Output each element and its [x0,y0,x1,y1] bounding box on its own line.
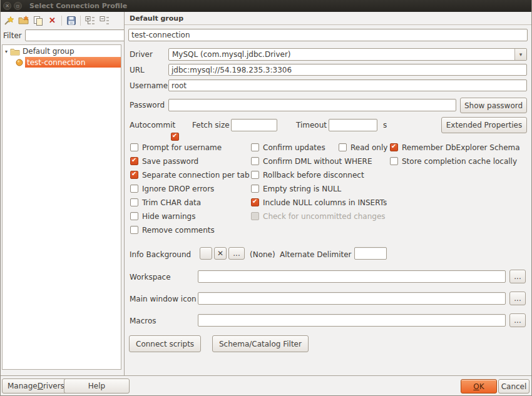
checkbox-box-icon [390,157,398,165]
checkbox-save-password[interactable]: Save password [130,156,250,166]
macros-label: Macros [130,317,156,325]
window-maximize-button[interactable]: ▫ [14,2,22,10]
delete-profile-button[interactable]: ✕ [45,14,59,28]
main-window-icon-browse-button[interactable]: ... [509,292,526,305]
info-background-clear-button[interactable]: ✕ [214,247,227,260]
toolbar-separator [80,16,81,26]
help-button[interactable]: Help [64,378,130,393]
checkbox-rollback-before-disconnect[interactable]: Rollback before disconnect [251,170,387,180]
main-window-icon-label: Main window icon [130,295,197,303]
options-column-3: Read only [339,143,387,156]
checkbox-remove-comments[interactable]: Remove comments [130,225,250,235]
checkbox-box-icon [130,171,138,179]
main-window-icon-input[interactable] [198,292,506,305]
ok-button[interactable]: OK [461,379,497,393]
checkbox-box-icon [130,212,138,220]
checkbox-label: Store completion cache locally [402,157,517,166]
select-connection-profile-dialog: ✕ ▫ Select Connection Profile ✕ [0,0,532,396]
profile-detail-panel: Default group Driver MySQL (com.mysql.jd… [124,12,531,375]
checkbox-read-only[interactable]: Read only [339,143,387,152]
new-profile-button[interactable] [2,14,16,28]
workspace-input[interactable] [198,270,506,283]
checkbox-ignore-drop-errors[interactable]: Ignore DROP errors [130,184,250,193]
checkbox-include-null-columns[interactable]: Include NULL columns in INSERTs [251,198,387,207]
info-background-color-button[interactable] [200,247,212,260]
checkbox-label: Save password [142,157,198,166]
alternate-delimiter-input[interactable] [354,247,387,260]
titlebar: ✕ ▫ Select Connection Profile [1,0,531,12]
profile-name-input[interactable] [128,29,528,41]
copy-profile-button[interactable] [31,14,45,28]
copy-profile-icon [33,16,43,26]
folder-icon [10,48,20,56]
checkbox-box-icon [130,185,138,193]
checkbox-label: Separate connection per tab [142,171,250,180]
extended-properties-button[interactable]: Extended Properties [441,117,527,133]
show-password-button[interactable]: Show password [460,98,527,113]
checkbox-store-completion-cache[interactable]: Store completion cache locally [390,156,520,166]
url-input[interactable] [168,64,527,76]
filter-input[interactable] [25,29,125,41]
workspace-browse-button[interactable]: ... [509,270,526,283]
driver-dropdown-button[interactable]: ▾ [514,49,526,60]
delete-icon: ✕ [49,16,56,25]
checkbox-prompt-for-username[interactable]: Prompt for username [130,143,250,152]
tree-group-default[interactable]: ▾ Default group [3,45,121,57]
checkbox-empty-string-is-null[interactable]: Empty string is NULL [251,184,387,193]
checkbox-box-icon [251,185,259,193]
save-profiles-button[interactable] [64,14,78,28]
expand-all-button[interactable] [83,14,97,28]
checkbox-label: Check for uncommitted changes [263,212,386,221]
checkbox-remember-dbexplorer-schema[interactable]: Remember DbExplorer Schema [390,143,520,152]
filter-row: Filter [3,29,121,41]
profile-toolbar: ✕ [1,12,124,29]
new-group-icon [18,16,29,25]
info-background-browse-button[interactable]: ... [228,247,245,260]
checkbox-box-icon [339,143,347,151]
collapse-all-button[interactable] [97,14,111,28]
macros-input[interactable] [198,314,506,327]
password-input[interactable] [168,99,456,111]
group-header: Default group [125,12,531,25]
macros-browse-button[interactable]: ... [509,313,526,327]
checkbox-label: Confirm DML without WHERE [263,157,372,166]
expander-icon[interactable]: ▾ [5,49,8,54]
tree-group-label: Default group [23,47,74,56]
url-label: URL [130,66,145,74]
timeout-input[interactable] [329,119,377,131]
username-input[interactable] [168,79,527,91]
clear-icon: ✕ [217,249,223,258]
checkbox-box-icon [251,171,259,179]
checkbox-box-icon [130,143,138,151]
username-label: Username [130,81,168,90]
button-label: Manage [8,382,38,390]
connect-scripts-button[interactable]: Connect scripts [129,335,201,352]
checkbox-hide-warnings[interactable]: Hide warnings [130,211,250,221]
tree-item-label: test-connection [25,57,121,68]
window-close-button[interactable]: ✕ [3,2,11,10]
new-group-button[interactable] [16,14,31,28]
checkbox-box-icon [130,198,138,206]
save-icon [66,16,76,26]
checkbox-trim-char-data[interactable]: Trim CHAR data [130,198,250,207]
workspace-label: Workspace [130,273,171,282]
checkbox-confirm-dml-without-where[interactable]: Confirm DML without WHERE [251,156,387,166]
schema-catalog-filter-button[interactable]: Schema/Catalog Filter [212,335,309,352]
driver-label: Driver [130,50,153,59]
autocommit-checkbox[interactable] [171,133,179,141]
profile-tree: ▾ Default group test-connection [2,44,121,370]
tree-item-test-connection[interactable]: test-connection [3,57,121,68]
checkbox-label: Include NULL columns in INSERTs [263,198,387,207]
manage-drivers-button[interactable]: Manage Drivers [2,378,70,393]
driver-value: MySQL (com.mysql.jdbc.Driver) [169,49,514,60]
filter-label: Filter [3,31,22,40]
checkbox-box-icon [390,143,398,151]
autocommit-label: Autocommit [130,121,175,129]
new-profile-icon [4,16,14,26]
checkbox-box-icon [130,157,138,165]
fetch-size-input[interactable] [231,119,277,131]
checkbox-separate-connection-per-tab[interactable]: Separate connection per tab [130,170,250,180]
timeout-unit-label: s [383,121,387,129]
driver-combobox[interactable]: MySQL (com.mysql.jdbc.Driver) ▾ [168,48,527,61]
cancel-button[interactable]: Cancel [498,379,529,393]
